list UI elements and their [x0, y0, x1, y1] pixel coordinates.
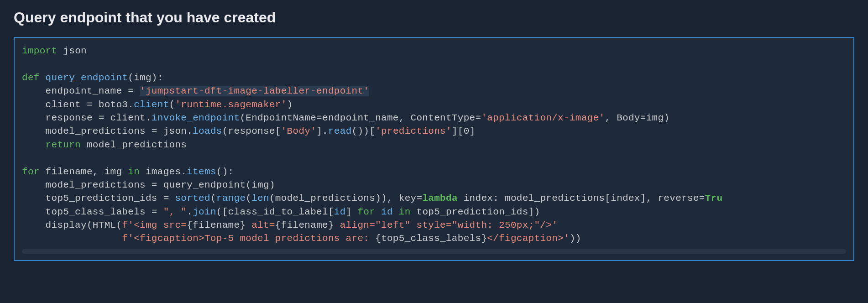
- params: (img):: [128, 73, 163, 83]
- string-literal: ", ": [163, 207, 187, 217]
- section-title: Query endpoint that you have created: [14, 9, 854, 26]
- fstring: f'<img src=: [122, 220, 187, 230]
- code-text: (model_predictions)), key=: [269, 193, 422, 204]
- keyword-for: for: [22, 167, 40, 177]
- builtin-id: id: [381, 207, 393, 217]
- keyword-for: for: [357, 207, 375, 217]
- string-literal: 'runtime.sagemaker': [175, 99, 287, 110]
- code-text: ():: [216, 167, 234, 177]
- code-text: ]: [470, 126, 476, 136]
- builtin-range: range: [216, 193, 246, 204]
- paren: (: [210, 193, 216, 204]
- code-text: model_predictions = json.: [22, 126, 193, 136]
- code-block-container: import json def query_endpoint(img): end…: [14, 37, 854, 261]
- function-call: client: [134, 99, 169, 110]
- paren: (: [169, 99, 175, 110]
- function-call: join: [193, 207, 216, 217]
- fstring: f'<figcaption>Top-5 model predictions ar…: [122, 233, 375, 244]
- builtin-len: len: [251, 193, 269, 204]
- code-text: )): [570, 233, 581, 244]
- function-call: read: [328, 126, 352, 136]
- code-text: ]: [346, 207, 358, 217]
- function-call: items: [187, 167, 216, 177]
- string-literal-highlighted: 'jumpstart-dft-image-labeller-endpoint': [140, 86, 369, 96]
- fstring: align="left" style="width: 250px;"/>': [334, 220, 558, 230]
- function-name: query_endpoint: [40, 73, 128, 83]
- code-text: endpoint_name =: [22, 86, 140, 96]
- string-literal: 'Body': [281, 126, 316, 136]
- fstring: alt=: [246, 220, 275, 230]
- code-text: .: [187, 207, 193, 217]
- indent: [22, 140, 46, 150]
- code-text: top5_prediction_ids =: [22, 193, 175, 204]
- builtin-sorted: sorted: [175, 193, 210, 204]
- keyword-lambda: lambda: [422, 193, 457, 204]
- code-text: , Body=img): [605, 113, 669, 123]
- code-text: model_predictions: [81, 140, 187, 150]
- code-text: top5_prediction_ids]): [411, 207, 540, 217]
- code-text: filename, img: [40, 167, 128, 177]
- code-text: top5_class_labels =: [22, 207, 163, 217]
- indent: [22, 233, 122, 244]
- function-call: invoke_endpoint: [152, 113, 240, 123]
- number: 0: [464, 126, 470, 136]
- fstring-var: {top5_class_labels}: [375, 233, 487, 244]
- module-name: json: [57, 46, 87, 56]
- function-call: loads: [193, 126, 222, 136]
- string-literal: 'application/x-image': [481, 113, 605, 123]
- paren: ): [287, 99, 293, 110]
- code-text: response = client.: [22, 113, 152, 123]
- code-text: ].: [316, 126, 328, 136]
- code-text: [393, 207, 399, 217]
- fstring-var: {filename}: [275, 220, 334, 230]
- code-text: [375, 207, 381, 217]
- keyword-in: in: [399, 207, 411, 217]
- code-text: images.: [140, 167, 187, 177]
- keyword-import: import: [22, 46, 57, 56]
- code-text: ())[: [352, 126, 376, 136]
- code-text: (response[: [222, 126, 281, 136]
- code-text: ][: [452, 126, 464, 136]
- keyword-return: return: [46, 140, 81, 150]
- keyword-true: Tru: [705, 193, 723, 204]
- fstring-var: {filename}: [187, 220, 246, 230]
- code-text: model_predictions = query_endpoint(img): [22, 180, 275, 190]
- code-text: client = boto3.: [22, 99, 134, 110]
- code-text: index: model_predictions[index], reverse…: [458, 193, 705, 204]
- code-text: display(HTML(: [22, 220, 122, 230]
- paren: (: [246, 193, 251, 204]
- fstring: </figcaption>': [487, 233, 570, 244]
- builtin-id: id: [334, 207, 346, 217]
- keyword-in: in: [128, 167, 140, 177]
- code-block[interactable]: import json def query_endpoint(img): end…: [22, 44, 846, 246]
- string-literal: 'predictions': [375, 126, 452, 136]
- horizontal-scrollbar[interactable]: [22, 249, 846, 254]
- code-text: ([class_id_to_label[: [216, 207, 334, 217]
- code-text: (EndpointName=endpoint_name, ContentType…: [240, 113, 481, 123]
- keyword-def: def: [22, 73, 40, 83]
